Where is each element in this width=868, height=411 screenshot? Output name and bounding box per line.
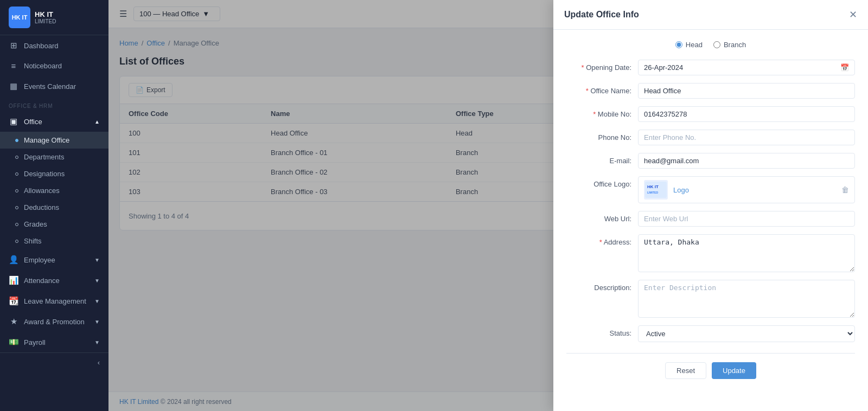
label-phone-no: Phone No: [566, 130, 631, 142]
sidebar-collapse-button[interactable]: ‹ [0, 352, 108, 372]
attendance-icon: 📊 [9, 275, 18, 285]
sidebar-sub-deductions[interactable]: Deductions [0, 199, 108, 216]
logo-icon: HK IT [9, 7, 30, 28]
dot-icon-grades [15, 223, 18, 226]
sidebar-item-noticeboard[interactable]: ≡ Noticeboard [0, 56, 108, 76]
sidebar-label-designations: Designations [24, 170, 65, 178]
panel-body: Head Branch Opening Date: 26-Apr-2024 📅 … [553, 30, 868, 390]
sidebar-label-attendance: Attendance [24, 277, 60, 285]
office-type-radio-group: Head Branch [566, 41, 855, 49]
award-icon: ★ [9, 317, 18, 326]
label-description: Description: [566, 280, 631, 292]
sidebar-item-events[interactable]: ▦ Events Calendar [0, 76, 108, 97]
sidebar-sub-designations[interactable]: Designations [0, 165, 108, 182]
field-web-url: Web Url: [566, 211, 855, 227]
calendar-icon: 📅 [840, 63, 849, 72]
email-input[interactable] [638, 153, 855, 169]
radio-branch[interactable] [713, 41, 720, 48]
sidebar-sub-allowances[interactable]: Allowances [0, 182, 108, 199]
dot-icon-deductions [15, 206, 18, 209]
logo-upload-area: HK IT LIMITED Logo 🗑 [638, 176, 855, 203]
sidebar-label-departments: Departments [24, 153, 64, 161]
sidebar-sub-manage-office[interactable]: Manage Office [0, 132, 108, 149]
radio-branch-label: Branch [724, 41, 746, 49]
dot-icon-allowances [15, 189, 18, 192]
dashboard-icon: ⊞ [9, 41, 18, 50]
status-select[interactable]: Active Inactive [638, 325, 855, 342]
panel-close-button[interactable]: ✕ [849, 9, 857, 21]
sidebar-item-payroll[interactable]: 💵 Payroll ▼ [0, 332, 108, 352]
sidebar: HK IT HK IT LIMITED ⊞ Dashboard ≡ Notice… [0, 0, 108, 411]
field-opening-date: Opening Date: 26-Apr-2024 📅 [566, 60, 855, 75]
dot-icon-designations [15, 172, 18, 176]
sidebar-label-payroll: Payroll [24, 338, 46, 346]
panel-title: Update Office Info [564, 10, 639, 20]
logo-text: HK IT [12, 14, 28, 21]
sidebar-item-award[interactable]: ★ Award & Promotion ▼ [0, 311, 108, 332]
collapse-icon: ‹ [98, 358, 100, 367]
sidebar-item-dashboard[interactable]: ⊞ Dashboard [0, 35, 108, 56]
dot-icon-manage-office [15, 139, 18, 142]
web-url-input[interactable] [638, 211, 855, 227]
sidebar-item-leave[interactable]: 📆 Leave Management ▼ [0, 291, 108, 311]
employee-chevron-icon: ▼ [94, 257, 100, 263]
label-office-logo: Office Logo: [566, 176, 631, 188]
sidebar-label-award: Award & Promotion [24, 318, 85, 326]
sidebar-sub-grades[interactable]: Grades [0, 216, 108, 233]
sidebar-label-grades: Grades [24, 220, 47, 228]
label-mobile-no: Mobile No: [566, 106, 631, 118]
radio-label-head[interactable]: Head [675, 41, 703, 49]
logo-delete-button[interactable]: 🗑 [841, 185, 849, 194]
leave-icon: 📆 [9, 296, 18, 306]
field-status: Status: Active Inactive [566, 325, 855, 342]
sidebar-label-manage-office: Manage Office [24, 136, 69, 144]
mobile-no-input[interactable] [638, 106, 855, 122]
employee-icon: 👤 [9, 255, 18, 265]
sidebar-sub-departments[interactable]: Departments [0, 149, 108, 165]
field-office-name: Office Name: [566, 83, 855, 99]
label-status: Status: [566, 325, 631, 337]
opening-date-value: 26-Apr-2024 [644, 63, 683, 72]
radio-head[interactable] [675, 41, 682, 48]
opening-date-picker[interactable]: 26-Apr-2024 📅 [638, 60, 855, 75]
leave-chevron-icon: ▼ [94, 298, 100, 304]
sidebar-label-employee: Employee [24, 256, 55, 264]
sidebar-sub-shifts[interactable]: Shifts [0, 233, 108, 249]
sidebar-label-leave: Leave Management [24, 297, 86, 305]
sidebar-item-office[interactable]: ▣ Office ▲ [0, 111, 108, 132]
noticeboard-icon: ≡ [9, 61, 18, 70]
sidebar-label-deductions: Deductions [24, 203, 59, 211]
phone-no-input[interactable] [638, 130, 855, 145]
section-label-hrm: OFFICE & HRM [0, 97, 108, 111]
field-phone-no: Phone No: [566, 130, 855, 145]
logo-preview: HK IT LIMITED [644, 180, 668, 200]
field-office-logo: Office Logo: HK IT LIMITED Logo 🗑 [566, 176, 855, 203]
radio-label-branch[interactable]: Branch [713, 41, 746, 49]
label-office-name: Office Name: [566, 83, 631, 95]
sidebar-item-employee[interactable]: 👤 Employee ▼ [0, 249, 108, 270]
field-address: Address: Uttara, Dhaka [566, 234, 855, 272]
sidebar-label-events: Events Calendar [24, 82, 76, 91]
update-button[interactable]: Update [712, 362, 756, 379]
logo-link[interactable]: Logo [673, 186, 689, 194]
description-input[interactable] [638, 280, 855, 318]
payroll-chevron-icon: ▼ [94, 339, 100, 345]
dot-icon-shifts [15, 240, 18, 243]
payroll-icon: 💵 [9, 337, 18, 347]
address-input[interactable]: Uttara, Dhaka [638, 234, 855, 272]
office-chevron-icon: ▲ [94, 119, 100, 125]
award-chevron-icon: ▼ [94, 319, 100, 325]
label-opening-date: Opening Date: [566, 60, 631, 72]
reset-button[interactable]: Reset [665, 362, 706, 379]
logo-area: HK IT HK IT LIMITED [0, 0, 108, 35]
field-description: Description: [566, 280, 855, 318]
label-address: Address: [566, 234, 631, 246]
office-name-input[interactable] [638, 83, 855, 99]
sidebar-label-shifts: Shifts [24, 237, 42, 245]
sidebar-item-attendance[interactable]: 📊 Attendance ▼ [0, 270, 108, 291]
office-icon: ▣ [9, 117, 18, 126]
sidebar-label-noticeboard: Noticeboard [24, 62, 62, 70]
logo-svg: HK IT LIMITED [645, 182, 667, 198]
update-office-panel: Update Office Info ✕ Head Branch Opening… [553, 0, 868, 411]
radio-head-label: Head [686, 41, 703, 49]
